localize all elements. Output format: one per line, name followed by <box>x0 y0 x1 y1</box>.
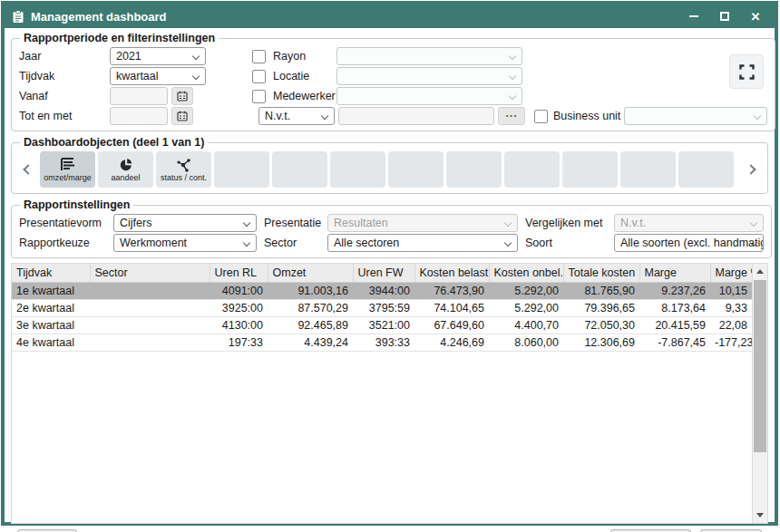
table-cell <box>90 299 210 316</box>
vergelijken-met-label: Vergelijken met <box>525 217 614 229</box>
table-cell: 8.173,64 <box>639 299 710 316</box>
vertical-scrollbar[interactable] <box>752 264 767 523</box>
column-header[interactable]: Marge <box>639 264 710 282</box>
rapportkeuze-label: Rapportkeuze <box>19 237 113 249</box>
column-header[interactable]: Sector <box>90 264 210 282</box>
dashboard-slot-empty <box>562 151 618 188</box>
vanaf-input[interactable] <box>110 87 168 105</box>
table-cell: 79.396,65 <box>563 299 639 316</box>
table-row[interactable]: 3e kwartaal4130:0092.465,893521:0067.649… <box>12 316 752 334</box>
medewerker-checkbox[interactable] <box>252 90 266 103</box>
table-cell: 74.104,65 <box>414 299 489 316</box>
scroll-up-icon[interactable] <box>753 264 767 279</box>
chevron-down-icon <box>509 92 516 100</box>
table-cell: 72.050,30 <box>563 316 639 334</box>
business-unit-select[interactable] <box>624 107 767 125</box>
table-cell: 3521:00 <box>353 316 414 334</box>
close-icon[interactable]: ✕ <box>749 10 762 23</box>
tot-en-met-input[interactable] <box>110 107 168 125</box>
table-cell: 22,08 <box>710 316 752 334</box>
jaar-select[interactable]: 2021 <box>110 47 206 65</box>
titlebar: Management dashboard ✕ <box>5 5 775 28</box>
table-cell: 393:33 <box>353 334 414 351</box>
settings-group-title: Rapportinstellingen <box>20 198 133 211</box>
table-header-row: TijdvakSectorUren RLOmzetUren FWKosten b… <box>12 264 752 282</box>
table-row[interactable]: 2e kwartaal3925:0087.570,293795:5974.104… <box>12 299 752 316</box>
chevron-down-icon <box>243 219 250 227</box>
table-cell: 4.400,70 <box>489 316 563 334</box>
sector-select[interactable]: Alle sectoren <box>327 234 518 252</box>
medewerker-select[interactable] <box>336 87 522 105</box>
chevron-down-icon <box>509 73 516 80</box>
dashboard-slot-empty <box>678 151 734 188</box>
table-cell: 12.306,69 <box>563 334 639 351</box>
table-cell: 9.237,26 <box>639 282 710 299</box>
column-header[interactable]: Marge % <box>710 264 752 282</box>
report-table: TijdvakSectorUren RLOmzetUren FWKosten b… <box>11 263 768 524</box>
chevron-down-icon <box>509 53 516 60</box>
scroll-down-icon[interactable] <box>753 508 767 523</box>
calendar-icon <box>177 91 188 102</box>
column-header[interactable]: Uren RL <box>210 264 268 282</box>
table-cell: 9,33 <box>710 299 752 316</box>
table-row[interactable]: 4e kwartaal197:334.439,24393:334.246,698… <box>12 334 752 351</box>
dashboard-slot-empty <box>272 151 327 188</box>
tot-en-met-calendar-button[interactable] <box>171 107 193 125</box>
dashboard-next-button[interactable] <box>742 151 760 188</box>
report-settings-group: Rapportinstellingen Presentatievorm Cijf… <box>11 198 772 258</box>
column-header[interactable]: Omzet <box>268 264 353 282</box>
scrollbar-thumb[interactable] <box>754 280 766 452</box>
tijdvak-select[interactable]: kwartaal <box>110 67 206 85</box>
table-row[interactable]: 1e kwartaal4091:0091.003,163944:0076.473… <box>12 282 752 299</box>
dashboard-strip: omzet/marge aandeel status / cont. <box>19 151 760 188</box>
column-header[interactable]: Kosten onbel. <box>489 264 563 282</box>
dashboard-item-aandeel[interactable]: aandeel <box>98 151 153 188</box>
rayon-checkbox[interactable] <box>252 50 266 63</box>
presentatievorm-select[interactable]: Cijfers <box>113 214 257 232</box>
free-filter-input[interactable] <box>338 107 494 125</box>
dashboard-group-title: Dashboardobjecten (deel 1 van 1) <box>20 136 208 149</box>
soort-select[interactable]: Alle soorten (excl. handmatig <box>614 234 764 252</box>
table-cell: 91.003,16 <box>268 282 353 299</box>
rapportkeuze-select[interactable]: Werkmoment <box>113 234 257 252</box>
table-cell: 4091:00 <box>210 282 268 299</box>
dashboard-prev-button[interactable] <box>19 151 37 188</box>
column-header[interactable]: Totale kosten <box>563 264 639 282</box>
chevron-right-icon <box>746 164 756 174</box>
business-unit-checkbox[interactable] <box>534 110 548 123</box>
nvt-select[interactable]: N.v.t. <box>258 107 335 125</box>
chevron-down-icon <box>504 219 512 227</box>
vergelijken-met-select[interactable]: N.v.t. <box>614 214 764 232</box>
dashboard-item-status-cont[interactable]: status / cont. <box>156 151 211 188</box>
table-cell: 3925:00 <box>210 299 268 316</box>
filters-group: Rapportperiode en filterinstellingen Jaa… <box>11 32 775 131</box>
business-unit-label: Business unit <box>553 110 624 122</box>
vanaf-calendar-button[interactable] <box>171 87 193 105</box>
table-cell: 3944:00 <box>353 282 414 299</box>
table-cell <box>90 316 210 334</box>
locatie-label: Locatie <box>273 70 336 82</box>
dialog-window: Management dashboard ✕ Rapportperiode en… <box>1 1 778 526</box>
table-cell <box>90 334 210 351</box>
table-cell: 4130:00 <box>210 316 268 334</box>
rayon-label: Rayon <box>273 50 336 63</box>
ellipsis-button[interactable]: ... <box>498 107 525 125</box>
locatie-checkbox[interactable] <box>252 70 266 83</box>
column-header[interactable]: Kosten belast <box>414 264 489 282</box>
rayon-select[interactable] <box>336 47 522 65</box>
chevron-left-icon <box>23 164 33 174</box>
dashboard-slot-empty <box>214 151 269 188</box>
table-cell: 67.649,60 <box>414 316 489 334</box>
locatie-select[interactable] <box>336 67 522 85</box>
dashboard-item-omzet-marge[interactable]: omzet/marge <box>40 151 95 188</box>
column-header[interactable]: Uren FW <box>353 264 414 282</box>
presentatie-select[interactable]: Resultaten <box>327 214 518 232</box>
network-icon <box>175 157 192 172</box>
chevron-down-icon <box>504 239 512 247</box>
dashboard-item-label: status / cont. <box>161 173 207 182</box>
minimize-icon[interactable] <box>687 10 700 23</box>
table-cell: 197:33 <box>210 334 268 351</box>
report-icon <box>12 10 24 24</box>
column-header[interactable]: Tijdvak <box>12 264 90 282</box>
maximize-icon[interactable] <box>718 10 731 23</box>
